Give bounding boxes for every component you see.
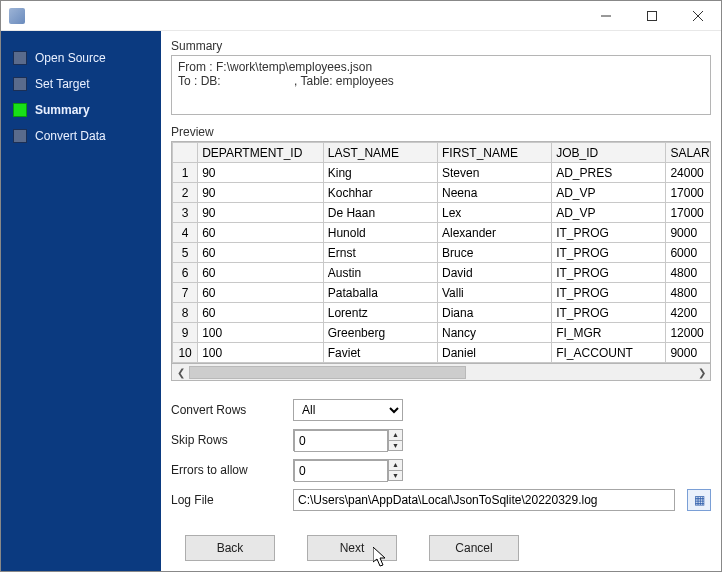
cancel-button-label: Cancel [455, 541, 492, 555]
cell[interactable]: Neena [437, 183, 551, 203]
cell[interactable]: Faviet [323, 343, 437, 363]
minimize-button[interactable] [583, 1, 629, 31]
cell[interactable]: 17000 [666, 183, 710, 203]
row-number: 6 [173, 263, 198, 283]
cell[interactable]: IT_PROG [552, 303, 666, 323]
maximize-button[interactable] [629, 1, 675, 31]
scroll-thumb[interactable] [189, 366, 466, 379]
spin-down-icon[interactable]: ▼ [389, 441, 402, 451]
cell[interactable]: Hunold [323, 223, 437, 243]
back-button[interactable]: Back [185, 535, 275, 561]
cell[interactable]: 4800 [666, 283, 710, 303]
cell[interactable]: Daniel [437, 343, 551, 363]
cell[interactable]: Nancy [437, 323, 551, 343]
row-number: 3 [173, 203, 198, 223]
step-open-source[interactable]: Open Source [9, 45, 153, 71]
cancel-button[interactable]: Cancel [429, 535, 519, 561]
cell[interactable]: 100 [198, 323, 324, 343]
cell[interactable]: 4800 [666, 263, 710, 283]
cell[interactable]: De Haan [323, 203, 437, 223]
convert-rows-select[interactable]: All [293, 399, 403, 421]
cell[interactable]: IT_PROG [552, 283, 666, 303]
table-row[interactable]: 760PataballaValliIT_PROG4800VPATABAL103 [173, 283, 711, 303]
cell[interactable]: Lorentz [323, 303, 437, 323]
table-row[interactable]: 10100FavietDanielFI_ACCOUNT9000DFAVIET10… [173, 343, 711, 363]
cell[interactable]: IT_PROG [552, 243, 666, 263]
cell[interactable]: 60 [198, 223, 324, 243]
table-row[interactable]: 390De HaanLexAD_VP17000LDEHAAN100 [173, 203, 711, 223]
spin-up-icon[interactable]: ▲ [389, 430, 402, 441]
cell[interactable]: FI_MGR [552, 323, 666, 343]
row-number: 5 [173, 243, 198, 263]
cell[interactable]: 90 [198, 203, 324, 223]
scroll-right-arrow[interactable]: ❯ [693, 365, 710, 380]
col-header[interactable]: JOB_ID [552, 143, 666, 163]
table-row[interactable]: 560ErnstBruceIT_PROG6000BERNST103 [173, 243, 711, 263]
cell[interactable]: IT_PROG [552, 223, 666, 243]
cell[interactable]: Austin [323, 263, 437, 283]
log-file-label: Log File [171, 493, 281, 507]
cell[interactable]: 90 [198, 183, 324, 203]
cell[interactable]: Alexander [437, 223, 551, 243]
col-header[interactable]: LAST_NAME [323, 143, 437, 163]
cell[interactable]: 60 [198, 243, 324, 263]
close-button[interactable] [675, 1, 721, 31]
scroll-track[interactable] [189, 365, 693, 380]
step-label: Open Source [35, 51, 106, 65]
table-row[interactable]: 290KochharNeenaAD_VP17000NKOCHHAR100 [173, 183, 711, 203]
errors-input[interactable] [294, 460, 388, 482]
cell[interactable]: 17000 [666, 203, 710, 223]
cell[interactable]: 4200 [666, 303, 710, 323]
cell[interactable]: Pataballa [323, 283, 437, 303]
cell[interactable]: 9000 [666, 223, 710, 243]
next-button[interactable]: Next [307, 535, 397, 561]
scroll-left-arrow[interactable]: ❮ [172, 365, 189, 380]
summary-text: From : F:\work\temp\employees.json To : … [171, 55, 711, 115]
titlebar [1, 1, 721, 31]
table-row[interactable]: 9100GreenbergNancyFI_MGR12000NGREENBE101 [173, 323, 711, 343]
log-file-input[interactable] [293, 489, 675, 511]
cell[interactable]: AD_PRES [552, 163, 666, 183]
cell[interactable]: Greenberg [323, 323, 437, 343]
spin-up-icon[interactable]: ▲ [389, 460, 402, 471]
skip-rows-input[interactable] [294, 430, 388, 452]
cell[interactable]: AD_VP [552, 203, 666, 223]
cell[interactable]: David [437, 263, 551, 283]
col-header[interactable]: DEPARTMENT_ID [198, 143, 324, 163]
cell[interactable]: 90 [198, 163, 324, 183]
cell[interactable]: 100 [198, 343, 324, 363]
step-convert-data[interactable]: Convert Data [9, 123, 153, 149]
cell[interactable]: Diana [437, 303, 551, 323]
cell[interactable]: Steven [437, 163, 551, 183]
cell[interactable]: 24000 [666, 163, 710, 183]
table-row[interactable]: 860LorentzDianaIT_PROG4200DLORENTZ103 [173, 303, 711, 323]
table-row[interactable]: 190KingStevenAD_PRES24000SKING [173, 163, 711, 183]
browse-log-button[interactable]: ▦ [687, 489, 711, 511]
cell[interactable]: IT_PROG [552, 263, 666, 283]
cell[interactable]: 6000 [666, 243, 710, 263]
table-row[interactable]: 660AustinDavidIT_PROG4800DAUSTIN103 [173, 263, 711, 283]
step-box-icon [13, 77, 27, 91]
cell[interactable]: Kochhar [323, 183, 437, 203]
cell[interactable]: 12000 [666, 323, 710, 343]
errors-spinner[interactable]: ▲▼ [293, 459, 403, 481]
cell[interactable]: Bruce [437, 243, 551, 263]
horizontal-scrollbar[interactable]: ❮ ❯ [171, 364, 711, 381]
cell[interactable]: Ernst [323, 243, 437, 263]
skip-rows-spinner[interactable]: ▲▼ [293, 429, 403, 451]
step-set-target[interactable]: Set Target [9, 71, 153, 97]
step-summary[interactable]: Summary [9, 97, 153, 123]
cell[interactable]: AD_VP [552, 183, 666, 203]
cell[interactable]: Valli [437, 283, 551, 303]
cell[interactable]: 60 [198, 303, 324, 323]
cell[interactable]: 60 [198, 263, 324, 283]
cell[interactable]: FI_ACCOUNT [552, 343, 666, 363]
cell[interactable]: 60 [198, 283, 324, 303]
cell[interactable]: Lex [437, 203, 551, 223]
spin-down-icon[interactable]: ▼ [389, 471, 402, 481]
cell[interactable]: 9000 [666, 343, 710, 363]
col-header[interactable]: SALARY [666, 143, 710, 163]
table-row[interactable]: 460HunoldAlexanderIT_PROG9000AHUNOLD102 [173, 223, 711, 243]
col-header[interactable]: FIRST_NAME [437, 143, 551, 163]
cell[interactable]: King [323, 163, 437, 183]
